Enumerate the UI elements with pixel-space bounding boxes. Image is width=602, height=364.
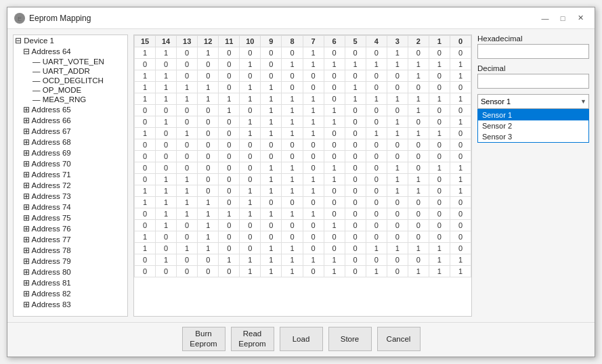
cell-12-5[interactable]: 1 bbox=[240, 185, 261, 197]
tree-item-addr76[interactable]: ⊞ Address 76 bbox=[14, 223, 127, 234]
cell-5-12[interactable]: 0 bbox=[387, 105, 408, 116]
cell-8-9[interactable]: 0 bbox=[324, 139, 345, 151]
cell-11-6[interactable]: 1 bbox=[261, 174, 282, 185]
cell-6-7[interactable]: 1 bbox=[282, 116, 303, 128]
cell-6-4[interactable]: 0 bbox=[219, 116, 240, 128]
cell-5-1[interactable]: 0 bbox=[156, 105, 177, 116]
cell-10-0[interactable]: 0 bbox=[135, 162, 156, 174]
tree-item-uart_addr[interactable]: — UART_ADDR bbox=[14, 66, 127, 76]
cell-16-15[interactable]: 0 bbox=[450, 231, 471, 243]
cell-17-5[interactable]: 0 bbox=[240, 243, 261, 254]
cell-12-6[interactable]: 1 bbox=[261, 185, 282, 197]
cell-15-4[interactable]: 0 bbox=[219, 220, 240, 231]
cell-6-15[interactable]: 1 bbox=[450, 116, 471, 128]
table-row[interactable]: 0111111110000000 bbox=[135, 208, 471, 220]
cell-13-7[interactable]: 0 bbox=[282, 197, 303, 208]
cell-16-4[interactable]: 0 bbox=[219, 231, 240, 243]
cell-3-9[interactable]: 0 bbox=[324, 82, 345, 93]
cell-8-1[interactable]: 0 bbox=[156, 139, 177, 151]
cell-8-11[interactable]: 0 bbox=[366, 139, 387, 151]
cell-3-10[interactable]: 1 bbox=[345, 82, 366, 93]
cell-12-13[interactable]: 1 bbox=[408, 185, 429, 197]
cell-6-0[interactable]: 0 bbox=[135, 116, 156, 128]
tree-item-addr79[interactable]: ⊞ Address 79 bbox=[14, 256, 127, 267]
cell-19-15[interactable]: 1 bbox=[450, 266, 471, 277]
cell-0-12[interactable]: 1 bbox=[387, 47, 408, 59]
table-row[interactable]: 1001000000000000 bbox=[135, 231, 471, 243]
cell-4-12[interactable]: 1 bbox=[387, 93, 408, 105]
cell-2-2[interactable]: 0 bbox=[177, 70, 198, 82]
cell-6-13[interactable]: 0 bbox=[408, 116, 429, 128]
cell-19-11[interactable]: 1 bbox=[366, 266, 387, 277]
cell-11-4[interactable]: 0 bbox=[219, 174, 240, 185]
cell-12-14[interactable]: 0 bbox=[429, 185, 450, 197]
cell-1-5[interactable]: 1 bbox=[240, 59, 261, 70]
tree-item-addr81[interactable]: ⊞ Address 81 bbox=[14, 277, 127, 288]
cell-5-5[interactable]: 0 bbox=[240, 105, 261, 116]
cell-9-12[interactable]: 0 bbox=[387, 151, 408, 162]
cell-2-14[interactable]: 0 bbox=[429, 70, 450, 82]
cell-13-2[interactable]: 1 bbox=[177, 197, 198, 208]
cell-9-6[interactable]: 0 bbox=[261, 151, 282, 162]
cell-18-10[interactable]: 0 bbox=[345, 254, 366, 266]
cell-6-11[interactable]: 0 bbox=[366, 116, 387, 128]
cell-10-13[interactable]: 0 bbox=[408, 162, 429, 174]
cell-4-7[interactable]: 1 bbox=[282, 93, 303, 105]
cell-15-0[interactable]: 0 bbox=[135, 220, 156, 231]
cell-0-9[interactable]: 0 bbox=[324, 47, 345, 59]
cell-0-6[interactable]: 0 bbox=[261, 47, 282, 59]
cell-0-5[interactable]: 0 bbox=[240, 47, 261, 59]
cell-9-5[interactable]: 0 bbox=[240, 151, 261, 162]
cell-15-7[interactable]: 0 bbox=[282, 220, 303, 231]
cell-7-14[interactable]: 1 bbox=[429, 128, 450, 139]
cell-19-7[interactable]: 1 bbox=[282, 266, 303, 277]
cell-12-8[interactable]: 1 bbox=[303, 185, 324, 197]
cell-4-2[interactable]: 1 bbox=[177, 93, 198, 105]
cell-11-9[interactable]: 1 bbox=[324, 174, 345, 185]
cell-3-12[interactable]: 0 bbox=[387, 82, 408, 93]
cell-16-3[interactable]: 1 bbox=[198, 231, 219, 243]
table-row[interactable]: 1111011000100000 bbox=[135, 82, 471, 93]
cell-14-13[interactable]: 0 bbox=[408, 208, 429, 220]
cell-13-13[interactable]: 0 bbox=[408, 197, 429, 208]
cell-13-0[interactable]: 1 bbox=[135, 197, 156, 208]
cell-16-9[interactable]: 0 bbox=[324, 231, 345, 243]
cell-12-15[interactable]: 1 bbox=[450, 185, 471, 197]
decimal-input[interactable] bbox=[477, 74, 589, 89]
cell-6-14[interactable]: 0 bbox=[429, 116, 450, 128]
cell-10-6[interactable]: 1 bbox=[261, 162, 282, 174]
table-row[interactable]: 1111010000000000 bbox=[135, 197, 471, 208]
cell-3-8[interactable]: 0 bbox=[303, 82, 324, 93]
cell-12-0[interactable]: 1 bbox=[135, 185, 156, 197]
cell-18-7[interactable]: 1 bbox=[282, 254, 303, 266]
cell-12-4[interactable]: 0 bbox=[219, 185, 240, 197]
cell-16-12[interactable]: 0 bbox=[387, 231, 408, 243]
cell-1-4[interactable]: 0 bbox=[219, 59, 240, 70]
cell-3-11[interactable]: 0 bbox=[366, 82, 387, 93]
cell-9-13[interactable]: 0 bbox=[408, 151, 429, 162]
cell-3-5[interactable]: 1 bbox=[240, 82, 261, 93]
cell-11-14[interactable]: 0 bbox=[429, 174, 450, 185]
cell-6-10[interactable]: 0 bbox=[345, 116, 366, 128]
cell-8-6[interactable]: 0 bbox=[261, 139, 282, 151]
cell-9-7[interactable]: 0 bbox=[282, 151, 303, 162]
cell-3-4[interactable]: 0 bbox=[219, 82, 240, 93]
cell-13-6[interactable]: 0 bbox=[261, 197, 282, 208]
cell-15-2[interactable]: 0 bbox=[177, 220, 198, 231]
cell-2-3[interactable]: 0 bbox=[198, 70, 219, 82]
tree-item-addr74[interactable]: ⊞ Address 74 bbox=[14, 202, 127, 212]
cell-17-13[interactable]: 1 bbox=[408, 243, 429, 254]
table-row[interactable]: 0100111111000011 bbox=[135, 254, 471, 266]
cell-19-14[interactable]: 1 bbox=[429, 266, 450, 277]
cell-11-11[interactable]: 0 bbox=[366, 174, 387, 185]
tree-item-meas_rng[interactable]: — MEAS_RNG bbox=[14, 95, 127, 104]
cell-10-7[interactable]: 1 bbox=[282, 162, 303, 174]
cell-2-7[interactable]: 0 bbox=[282, 70, 303, 82]
cell-4-14[interactable]: 1 bbox=[429, 93, 450, 105]
cell-11-7[interactable]: 1 bbox=[282, 174, 303, 185]
cell-15-15[interactable]: 0 bbox=[450, 220, 471, 231]
cell-5-6[interactable]: 1 bbox=[261, 105, 282, 116]
cell-1-1[interactable]: 0 bbox=[156, 59, 177, 70]
cell-4-10[interactable]: 1 bbox=[345, 93, 366, 105]
cell-18-15[interactable]: 1 bbox=[450, 254, 471, 266]
